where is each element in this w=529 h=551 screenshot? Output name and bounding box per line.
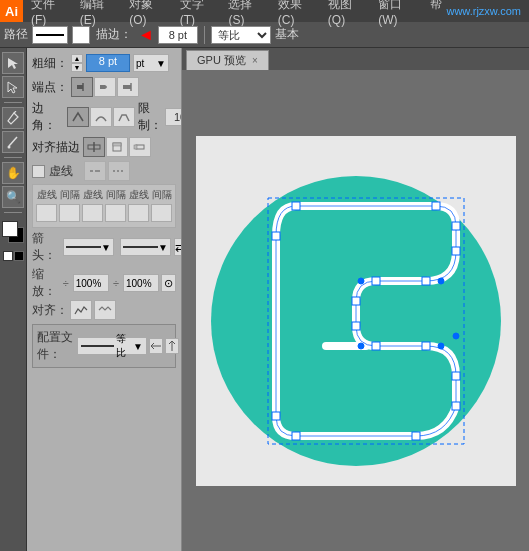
cap-round[interactable] xyxy=(94,77,116,97)
align2-label: 对齐： xyxy=(32,302,68,319)
menu-help[interactable]: 帮 xyxy=(426,0,446,29)
corner-round[interactable] xyxy=(90,107,112,127)
profile-select[interactable]: 等比 ▼ xyxy=(77,337,147,355)
dash-control-1[interactable] xyxy=(84,161,106,181)
weight-unit: pt xyxy=(136,58,144,69)
scale-input-2[interactable]: 100% xyxy=(123,274,159,292)
stroke-preview xyxy=(32,26,68,44)
scale-prefix-2: ÷ xyxy=(113,277,119,289)
arrow-label: 箭头： xyxy=(32,230,60,264)
selection-tool[interactable] xyxy=(2,52,24,74)
dash-input-row xyxy=(36,204,172,222)
tool-sep-2 xyxy=(4,157,22,158)
swap-arrows-button[interactable]: ⇄ xyxy=(174,238,182,256)
zoom-select[interactable]: 等比 xyxy=(211,26,271,44)
cap-square[interactable] xyxy=(117,77,139,97)
svg-rect-32 xyxy=(452,247,460,255)
pen-tool[interactable] xyxy=(2,107,24,129)
weight-up[interactable]: ▲ xyxy=(71,54,83,63)
menu-effect[interactable]: 效果(C) xyxy=(274,0,316,29)
align2-btn1[interactable] xyxy=(70,300,92,320)
svg-rect-29 xyxy=(352,297,360,305)
profile-line xyxy=(81,345,114,347)
align-center[interactable] xyxy=(83,137,105,157)
menu-text[interactable]: 文字(T) xyxy=(176,0,217,29)
dash-input-1[interactable] xyxy=(36,204,57,222)
dashed-label: 虚线 xyxy=(49,163,73,180)
color-boxes[interactable] xyxy=(2,221,24,243)
svg-point-40 xyxy=(438,278,444,284)
svg-rect-34 xyxy=(432,202,440,210)
flip-profile-v[interactable] xyxy=(165,338,179,354)
tab-label: GPU 预览 xyxy=(197,53,246,68)
weight-down[interactable]: ▼ xyxy=(71,63,83,72)
profile-dropdown-icon: ▼ xyxy=(133,341,143,352)
corner-miter[interactable] xyxy=(67,107,89,127)
dash-control-2[interactable] xyxy=(108,161,130,181)
stroke-panel: 粗细： ▲ ▼ 8 pt pt ▼ 端点： xyxy=(27,48,182,551)
align-label: 对齐描边 xyxy=(32,139,80,156)
stroke-label: 描边： xyxy=(96,26,132,43)
menu-edit[interactable]: 编辑(E) xyxy=(76,0,117,29)
align-inside[interactable] xyxy=(106,137,128,157)
dash-input-2[interactable] xyxy=(59,204,80,222)
flip-profile-h[interactable] xyxy=(149,338,163,354)
fill-box[interactable] xyxy=(72,26,90,44)
scale-prefix-1: ÷ xyxy=(63,277,69,289)
dash-input-3[interactable] xyxy=(82,204,103,222)
align-outside[interactable] xyxy=(129,137,151,157)
dash-section: 虚线 间隔 虚线 间隔 虚线 间隔 xyxy=(32,184,176,228)
weight-unit-dropdown[interactable]: pt ▼ xyxy=(133,54,169,72)
dashed-checkbox[interactable] xyxy=(32,165,45,178)
weight-input[interactable]: 8 pt xyxy=(86,54,130,72)
dash-input-4[interactable] xyxy=(105,204,126,222)
dash-input-6[interactable] xyxy=(151,204,172,222)
menu-object[interactable]: 对象(O) xyxy=(125,0,167,29)
align2-btn2[interactable] xyxy=(94,300,116,320)
toolbar-sep xyxy=(204,26,205,44)
svg-point-38 xyxy=(453,333,459,339)
arrow-end-select[interactable]: ▼ xyxy=(120,238,171,256)
toolbar: 路径 描边： ◄ 8 pt 等比 基本 xyxy=(0,22,529,48)
tab-close-button[interactable]: × xyxy=(252,55,258,66)
arrow-row: 箭头： ▼ ▼ ⇄ xyxy=(32,230,176,264)
dash-input-5[interactable] xyxy=(128,204,149,222)
svg-rect-26 xyxy=(422,342,430,350)
hand-tool[interactable]: ✋ xyxy=(2,162,24,184)
main-area: ✋ 🔍 粗细： ▲ ▼ 8 pt pt ▼ 端点： xyxy=(0,48,529,551)
dashed-checkbox-row: 虚线 xyxy=(32,160,176,182)
tab-bar: GPU 预览 × xyxy=(182,48,529,70)
foreground-color-box[interactable] xyxy=(2,221,18,237)
scale-val-2: 100% xyxy=(126,278,152,289)
tool-sep-3 xyxy=(4,212,22,213)
scale-val-1: 100% xyxy=(76,278,102,289)
stroke-line xyxy=(36,34,64,36)
weight-label: 粗细： xyxy=(32,55,68,72)
svg-rect-5 xyxy=(123,85,131,89)
arrow-end-line xyxy=(123,246,158,248)
menu-file[interactable]: 文件(F) xyxy=(27,0,68,29)
corner-bevel[interactable] xyxy=(113,107,135,127)
stroke-color-box[interactable] xyxy=(14,251,24,261)
weight-spinner[interactable]: ▲ ▼ xyxy=(71,54,83,72)
cap-butt[interactable] xyxy=(71,77,93,97)
svg-point-39 xyxy=(358,278,364,284)
gpu-preview-tab[interactable]: GPU 预览 × xyxy=(186,50,269,70)
direct-select-tool[interactable] xyxy=(2,76,24,98)
menu-select[interactable]: 选择(S) xyxy=(224,0,265,29)
arrow-start-select[interactable]: ▼ xyxy=(63,238,114,256)
brush-tool[interactable] xyxy=(2,131,24,153)
zoom-tool[interactable]: 🔍 xyxy=(2,186,24,208)
limit-label: 限制： xyxy=(138,100,162,134)
canvas-content xyxy=(182,70,529,551)
scale-input-1[interactable]: 100% xyxy=(73,274,109,292)
menu-view[interactable]: 视图(Q) xyxy=(324,0,366,29)
pt-input[interactable]: 8 pt xyxy=(158,26,198,44)
link-scale-button[interactable]: ⊙ xyxy=(161,274,176,292)
tool-sep-1 xyxy=(4,102,22,103)
none-stroke-box[interactable] xyxy=(3,251,13,261)
limit-input[interactable] xyxy=(165,108,182,126)
profile-line-container: 等比 xyxy=(81,332,133,360)
cap-label: 端点： xyxy=(32,79,68,96)
menu-window[interactable]: 窗口(W) xyxy=(374,0,418,29)
